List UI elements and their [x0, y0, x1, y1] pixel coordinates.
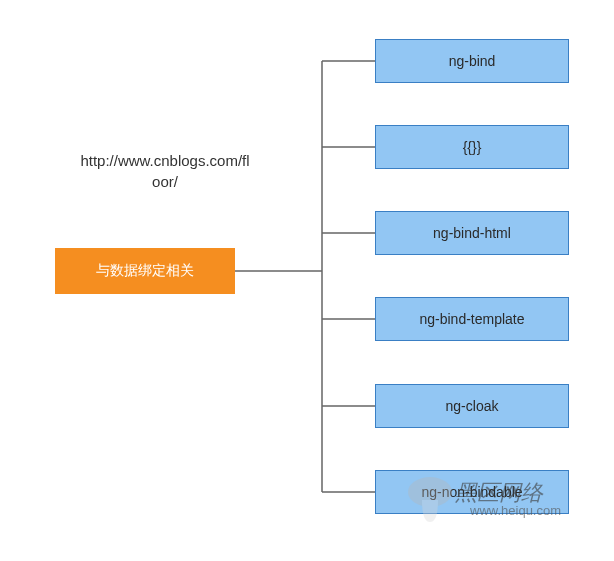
child-node-5-label: ng-non-bindable	[421, 484, 522, 500]
child-node-3: ng-bind-template	[375, 297, 569, 341]
child-node-2-label: ng-bind-html	[433, 225, 511, 241]
blog-url-line2: oor/	[152, 173, 178, 190]
root-node-label: 与数据绑定相关	[96, 262, 194, 280]
child-node-2: ng-bind-html	[375, 211, 569, 255]
blog-url-line1: http://www.cnblogs.com/fl	[80, 152, 249, 169]
child-node-1: {{}}	[375, 125, 569, 169]
child-node-3-label: ng-bind-template	[419, 311, 524, 327]
blog-url: http://www.cnblogs.com/fl oor/	[55, 150, 275, 192]
child-node-0: ng-bind	[375, 39, 569, 83]
child-node-1-label: {{}}	[463, 139, 482, 155]
child-node-0-label: ng-bind	[449, 53, 496, 69]
child-node-5: ng-non-bindable	[375, 470, 569, 514]
root-node: 与数据绑定相关	[55, 248, 235, 294]
child-node-4-label: ng-cloak	[446, 398, 499, 414]
child-node-4: ng-cloak	[375, 384, 569, 428]
